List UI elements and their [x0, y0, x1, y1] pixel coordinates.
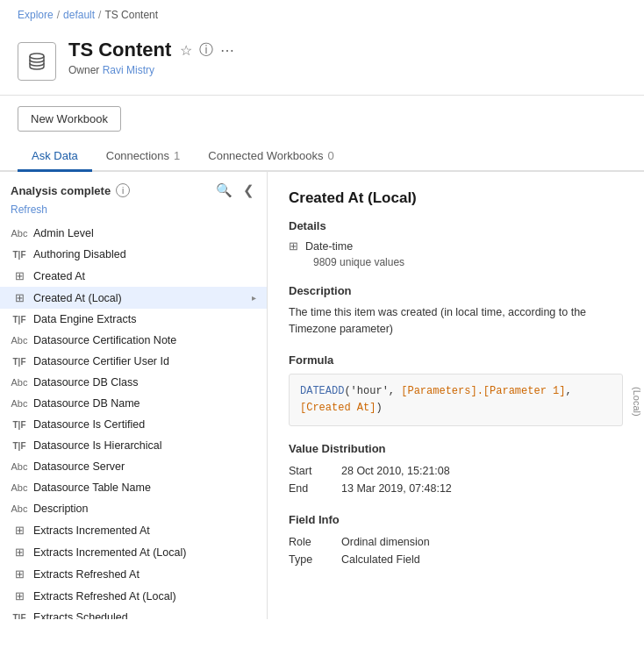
- field-type-icon: Abc: [11, 503, 28, 514]
- role-value: Ordinal dimension: [341, 536, 430, 548]
- owner-link[interactable]: Ravi Mistry: [103, 64, 154, 76]
- field-name: Datasource Certification Note: [33, 334, 256, 346]
- field-item[interactable]: Abc Datasource DB Name: [0, 393, 267, 414]
- field-name: Datasource Is Certified: [33, 418, 256, 431]
- end-label: End: [289, 482, 341, 495]
- field-item[interactable]: T|F Authoring Disabled: [0, 244, 267, 265]
- start-value: 28 Oct 2010, 15:21:08: [341, 465, 450, 477]
- field-type-icon: T|F: [11, 612, 28, 619]
- field-item[interactable]: Abc Datasource Certification Note: [0, 330, 267, 351]
- info-icon[interactable]: ⓘ: [199, 41, 213, 60]
- end-row: End 13 Mar 2019, 07:48:12: [289, 480, 623, 497]
- header-action-icons: ☆ ⓘ ⋯: [180, 41, 234, 60]
- field-name: Extracts Refreshed At (Local): [33, 590, 256, 603]
- type-icon: ⊞: [289, 239, 298, 253]
- field-type-icon: T|F: [11, 440, 28, 451]
- panel-search-button[interactable]: 🔍: [214, 181, 234, 200]
- panel-title: Analysis complete: [11, 184, 111, 197]
- field-name: Datasource Table Name: [33, 481, 256, 494]
- tab-bar: Ask Data Connections1 Connected Workbook…: [0, 142, 644, 172]
- left-panel: Analysis complete i 🔍 ❮ Refresh Abc Admi…: [0, 172, 268, 619]
- breadcrumb-explore[interactable]: Explore: [18, 9, 54, 21]
- field-item[interactable]: Abc Datasource DB Class: [0, 372, 267, 393]
- breadcrumb-sep-2: /: [98, 9, 101, 21]
- field-name: Created At (Local): [33, 292, 247, 304]
- fields-list: Abc Admin Level T|F Authoring Disabled ⊞…: [0, 223, 267, 619]
- unique-values: 9809 unique values: [313, 256, 623, 268]
- field-item[interactable]: T|F Extracts Scheduled: [0, 607, 267, 619]
- breadcrumb: Explore / default / TS Content: [0, 0, 644, 30]
- field-name: Datasource DB Class: [33, 376, 256, 389]
- connections-badge: 1: [174, 149, 180, 162]
- tab-ask-data[interactable]: Ask Data: [18, 142, 92, 172]
- field-type-icon: Abc: [11, 377, 28, 388]
- field-item[interactable]: ⊞ Extracts Incremented At: [0, 519, 267, 541]
- new-workbook-button[interactable]: New Workbook: [18, 106, 121, 132]
- field-item[interactable]: Abc Datasource Table Name: [0, 477, 267, 498]
- formula-punc-1: ('hour',: [344, 385, 401, 397]
- field-item[interactable]: Abc Datasource Server: [0, 456, 267, 477]
- field-type-icon: T|F: [11, 314, 28, 324]
- field-type-icon: Abc: [11, 398, 28, 409]
- field-name: Description: [33, 503, 256, 515]
- end-value: 13 Mar 2019, 07:48:12: [341, 482, 452, 495]
- page-title: TS Content: [68, 39, 171, 61]
- side-label: (Local): [632, 387, 644, 417]
- tab-connections[interactable]: Connections1: [92, 142, 195, 172]
- datasource-icon: [18, 42, 56, 81]
- field-item[interactable]: ⊞ Extracts Incremented At (Local): [0, 541, 267, 563]
- owner-info: Owner Ravi Mistry: [68, 64, 626, 76]
- field-item[interactable]: T|F Datasource Is Hierarchical: [0, 435, 267, 456]
- star-icon[interactable]: ☆: [180, 42, 192, 59]
- field-type-icon: T|F: [11, 419, 28, 430]
- field-name: Datasource Is Hierarchical: [33, 439, 256, 452]
- field-name: Data Engine Extracts: [33, 313, 256, 325]
- breadcrumb-sep-1: /: [57, 9, 60, 21]
- formula-section-title: Formula: [289, 353, 623, 367]
- panel-collapse-button[interactable]: ❮: [241, 181, 256, 200]
- type-row: Type Calculated Field: [289, 551, 623, 568]
- field-type-icon: Abc: [11, 482, 28, 493]
- breadcrumb-default[interactable]: default: [63, 9, 95, 21]
- value-distribution-section: Value Distribution Start 28 Oct 2010, 15…: [289, 442, 623, 497]
- formula-fn: DATEADD: [300, 385, 344, 397]
- formula-punc-3: ): [376, 402, 382, 414]
- header-title-group: TS Content ☆ ⓘ ⋯ Owner Ravi Mistry: [68, 39, 626, 76]
- role-label: Role: [289, 536, 341, 548]
- field-item[interactable]: T|F Datasource Is Certified: [0, 414, 267, 435]
- field-type-icon: ⊞: [11, 524, 28, 537]
- field-item[interactable]: T|F Data Engine Extracts: [0, 309, 267, 330]
- panel-info-icon[interactable]: i: [116, 183, 130, 197]
- page-header: TS Content ☆ ⓘ ⋯ Owner Ravi Mistry: [0, 30, 644, 96]
- tab-connected-workbooks[interactable]: Connected Workbooks0: [194, 142, 348, 172]
- field-item[interactable]: Abc Description: [0, 498, 267, 519]
- field-type-icon: Abc: [11, 335, 28, 346]
- field-item[interactable]: ⊞ Extracts Refreshed At: [0, 563, 267, 585]
- value-distribution-title: Value Distribution: [289, 442, 623, 455]
- field-item[interactable]: T|F Datasource Certifier User Id: [0, 351, 267, 372]
- formula-punc-2: ,: [565, 385, 571, 397]
- field-item[interactable]: ⊞ Created At: [0, 265, 267, 287]
- value-distribution-table: Start 28 Oct 2010, 15:21:08 End 13 Mar 2…: [289, 462, 623, 497]
- refresh-link[interactable]: Refresh: [0, 203, 267, 223]
- type-label: Date-time: [305, 240, 353, 253]
- more-icon[interactable]: ⋯: [220, 42, 234, 59]
- field-name: Admin Level: [33, 227, 256, 239]
- field-name: Extracts Scheduled: [33, 611, 256, 619]
- field-type-icon: ⊞: [11, 291, 28, 304]
- role-row: Role Ordinal dimension: [289, 533, 623, 551]
- connected-workbooks-badge: 0: [328, 149, 334, 162]
- field-type-icon: ⊞: [11, 546, 28, 559]
- field-item[interactable]: Abc Admin Level: [0, 223, 267, 244]
- main-content: Analysis complete i 🔍 ❮ Refresh Abc Admi…: [0, 172, 644, 619]
- formula-param: [Parameters].[Parameter 1]: [401, 385, 565, 397]
- field-item[interactable]: ⊞ Extracts Refreshed At (Local): [0, 585, 267, 607]
- breadcrumb-current: TS Content: [104, 9, 158, 21]
- field-name: Datasource Server: [33, 460, 256, 473]
- field-item[interactable]: ⊞ Created At (Local) ▸: [0, 287, 267, 309]
- type-info-label: Type: [289, 553, 341, 566]
- type-info-value: Calculated Field: [341, 553, 420, 566]
- details-section-title: Details: [289, 219, 623, 232]
- field-name: Extracts Incremented At: [33, 524, 256, 537]
- field-name: Extracts Incremented At (Local): [33, 546, 256, 559]
